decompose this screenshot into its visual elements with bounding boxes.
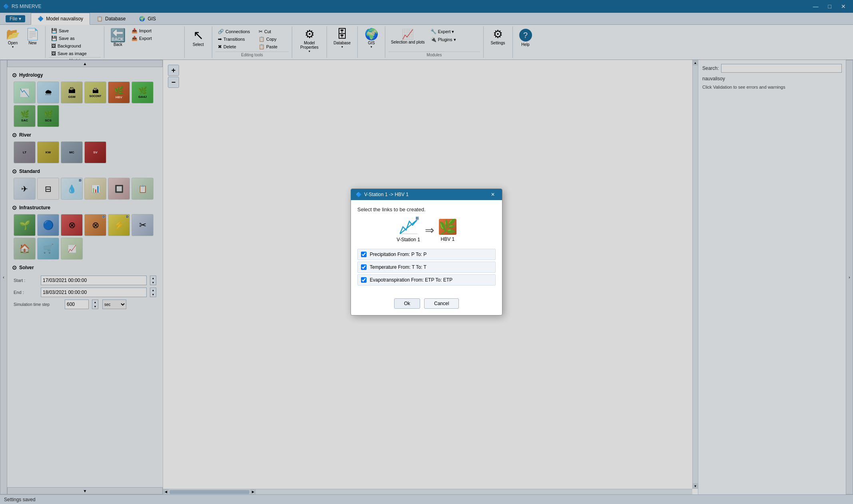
modal-link-3-label: Evapotranspiration From: ETP To: ETP (370, 277, 452, 283)
svg-marker-2 (400, 220, 417, 234)
modal-link-2-label: Temperature From: T To: T (370, 264, 426, 270)
modal-link-1-checkbox[interactable] (361, 252, 367, 257)
modal-from-node: D V-Station 1 (397, 218, 420, 242)
modal-to-icon: 🌿 (439, 219, 456, 235)
modal-nodes-row: D V-Station 1 ⇒ 🌿 HBV 1 (357, 218, 496, 242)
modal-to-node: 🌿 HBV 1 (439, 219, 456, 242)
modal-link-1: Precipitation From: P To: P (357, 249, 496, 260)
modal-link-3-checkbox[interactable] (361, 277, 367, 283)
modal-links-list: Precipitation From: P To: P Temperature … (357, 249, 496, 286)
modal-from-icon (400, 218, 417, 234)
modal-title-bar: 🔷 V-Station 1 -> HBV 1 ✕ (351, 189, 502, 200)
modal-overlay: 🔷 V-Station 1 -> HBV 1 ✕ Select the link… (0, 0, 853, 504)
modal-link-2: Temperature From: T To: T (357, 262, 496, 273)
modal-link-2-checkbox[interactable] (361, 264, 367, 270)
modal-from-d-badge: D (416, 216, 419, 220)
modal-link-1-label: Precipitation From: P To: P (370, 252, 426, 257)
modal-footer: Ok Cancel (351, 294, 502, 315)
modal-body: Select the links to be created. D V-Stat… (351, 200, 502, 294)
modal-title-icon: 🔷 (356, 192, 362, 197)
modal-cancel-button[interactable]: Cancel (424, 298, 459, 309)
modal-ok-button[interactable]: Ok (394, 298, 420, 309)
modal-close-button[interactable]: ✕ (488, 191, 497, 198)
modal-title-text: V-Station 1 -> HBV 1 (364, 192, 409, 197)
modal-link-3: Evapotranspiration From: ETP To: ETP (357, 274, 496, 286)
modal-dialog: 🔷 V-Station 1 -> HBV 1 ✕ Select the link… (351, 189, 502, 315)
modal-to-label: HBV 1 (441, 236, 455, 242)
modal-title-content: 🔷 V-Station 1 -> HBV 1 (356, 192, 409, 197)
modal-subtitle: Select the links to be created. (357, 206, 496, 212)
modal-arrow-icon: ⇒ (425, 224, 434, 237)
modal-from-label: V-Station 1 (397, 237, 420, 242)
